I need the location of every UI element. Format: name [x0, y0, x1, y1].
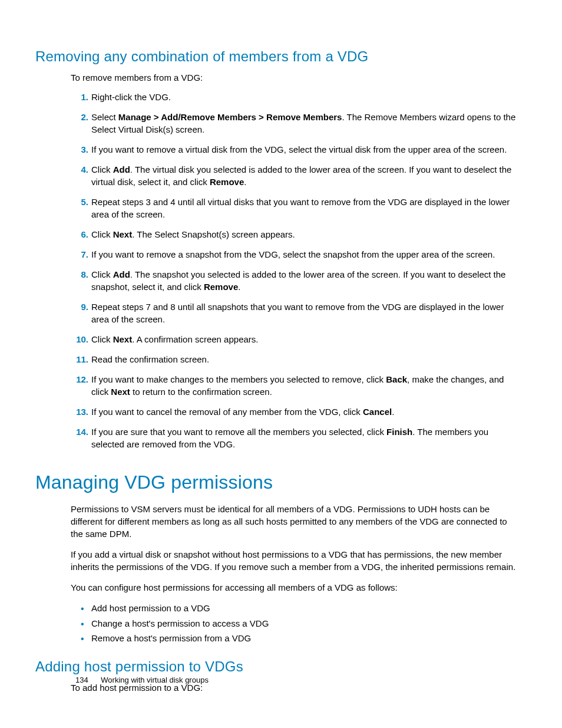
step-number: 2.	[71, 111, 88, 123]
step-number: 11.	[71, 353, 88, 365]
step-text: If you want to remove a virtual disk fro…	[91, 144, 507, 154]
step-number: 1.	[71, 91, 88, 103]
step-item: 12.If you want to make changes to the me…	[91, 373, 521, 398]
body-paragraph: You can configure host permissions for a…	[35, 581, 527, 594]
step-text: If you want to remove a snapshot from th…	[91, 249, 495, 259]
step-number: 6.	[71, 228, 88, 241]
step-number: 12.	[71, 373, 88, 386]
intro-text: To remove members from a VDG:	[35, 72, 527, 84]
step-text: If you are sure that you want to remove …	[91, 427, 488, 449]
step-text: Select Manage > Add/Remove Members > Rem…	[91, 112, 515, 134]
step-item: 5.Repeat steps 3 and 4 until all virtual…	[91, 196, 521, 220]
step-number: 5.	[71, 196, 88, 208]
step-text: Read the confirmation screen.	[91, 354, 209, 364]
step-text: Click Add. The snapshot you selected is …	[91, 269, 505, 292]
step-number: 9.	[71, 301, 88, 313]
footer-title: Working with virtual disk groups	[101, 676, 209, 684]
step-text: Click Next. A confirmation screen appear…	[91, 334, 258, 344]
bullet-list: Add host permission to a VDGChange a hos…	[35, 602, 527, 645]
step-number: 13.	[71, 406, 88, 418]
step-text: Right-click the VDG.	[91, 92, 171, 102]
step-text: Repeat steps 7 and 8 until all snapshots…	[91, 302, 504, 324]
step-number: 8.	[71, 268, 88, 281]
step-number: 7.	[71, 248, 88, 261]
step-item: 7.If you want to remove a snapshot from …	[91, 248, 521, 261]
numbered-steps-list: 1.Right-click the VDG.2.Select Manage > …	[35, 91, 527, 450]
step-item: 3.If you want to remove a virtual disk f…	[91, 143, 521, 156]
step-number: 10.	[71, 333, 88, 345]
step-text: Repeat steps 3 and 4 until all virtual d…	[91, 197, 510, 219]
body-paragraph: Permissions to VSM servers must be ident…	[35, 503, 527, 540]
step-item: 14.If you are sure that you want to remo…	[91, 426, 521, 450]
page-number: 134	[75, 676, 88, 684]
step-item: 2.Select Manage > Add/Remove Members > R…	[91, 111, 521, 136]
step-text: Click Add. The virtual disk you selected…	[91, 164, 511, 187]
section-heading-removing-members: Removing any combination of members from…	[35, 48, 527, 65]
step-number: 3.	[71, 143, 88, 156]
body-paragraph: If you add a virtual disk or snapshot wi…	[35, 548, 527, 573]
list-item: Remove a host's permission from a VDG	[91, 632, 521, 645]
step-item: 9.Repeat steps 7 and 8 until all snapsho…	[91, 301, 521, 325]
list-item: Add host permission to a VDG	[91, 602, 521, 615]
step-item: 8.Click Add. The snapshot you selected i…	[91, 268, 521, 293]
section-heading-adding-host-permission: Adding host permission to VDGs	[35, 658, 527, 675]
list-item: Change a host's permission to access a V…	[91, 617, 521, 631]
document-page: Removing any combination of members from…	[0, 0, 562, 728]
step-number: 14.	[71, 426, 88, 438]
step-item: 1.Right-click the VDG.	[91, 91, 521, 103]
step-text: If you want to make changes to the membe…	[91, 374, 504, 397]
step-number: 4.	[71, 163, 88, 176]
step-item: 6.Click Next. The Select Snapshot(s) scr…	[91, 228, 521, 241]
step-item: 10.Click Next. A confirmation screen app…	[91, 333, 521, 345]
step-item: 11.Read the confirmation screen.	[91, 353, 521, 365]
page-footer: 134 Working with virtual disk groups	[75, 676, 209, 684]
step-item: 13.If you want to cancel the removal of …	[91, 406, 521, 418]
section-heading-managing-permissions: Managing VDG permissions	[35, 472, 527, 493]
step-text: If you want to cancel the removal of any…	[91, 407, 394, 417]
step-text: Click Next. The Select Snapshot(s) scree…	[91, 229, 295, 239]
step-item: 4.Click Add. The virtual disk you select…	[91, 163, 521, 188]
